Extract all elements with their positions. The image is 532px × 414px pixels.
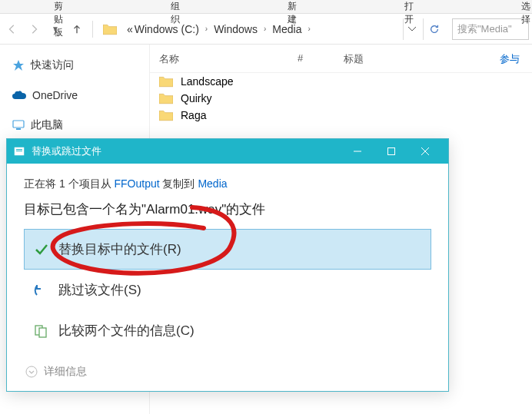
svg-rect-0 [13,121,24,128]
svg-rect-4 [16,151,22,151]
chevron-right-icon[interactable]: › [259,25,271,33]
breadcrumb-item[interactable]: Media [272,23,301,35]
chevron-right-icon[interactable]: › [201,25,212,33]
svg-rect-1 [16,128,21,130]
folder-icon [159,75,173,88]
file-name: Quirky [181,92,211,104]
option-label: 比较两个文件的信息(C) [58,322,195,339]
folder-row[interactable]: Landscape [150,73,532,90]
back-button[interactable] [3,20,22,38]
option-label: 替换目标中的文件(R) [58,240,181,258]
breadcrumb-item[interactable]: Windows [214,23,258,35]
svg-rect-6 [388,148,395,155]
skip-icon [34,283,49,298]
star-icon [12,59,25,71]
file-name: Landscape [181,75,234,88]
details-label: 详细信息 [44,365,87,379]
dialog-icon [13,145,25,157]
file-conflict-dialog: 替换或跳过文件 正在将 1 个项目从 FFOutput 复制到 Media 目标… [6,138,449,392]
option-replace[interactable]: 替换目标中的文件(R) [24,229,431,270]
column-number[interactable]: # [298,52,344,66]
sidebar-onedrive[interactable]: OneDrive [0,84,149,106]
close-button[interactable] [408,139,442,164]
dialog-title: 替换或跳过文件 [32,144,341,158]
option-skip[interactable]: 跳过该文件(S) [24,270,431,310]
column-headers: 名称 # 标题 参与 [150,49,532,73]
ribbon-label: 剪贴板 [54,0,63,13]
column-name[interactable]: 名称 [159,52,298,66]
source-link[interactable]: FFOutput [114,177,159,190]
chevron-right-icon[interactable]: › [303,25,314,33]
breadcrumb-prefix: « [127,23,133,35]
refresh-button[interactable] [423,18,444,40]
compare-icon [34,323,49,339]
column-more[interactable]: 参与 [421,52,532,66]
address-bar: ▼ « Windows (C:) › Windows › Media › 搜索"… [0,14,532,45]
address-dropdown[interactable] [403,18,420,40]
sidebar-label: 快速访问 [31,58,74,72]
search-placeholder: 搜索"Media" [457,22,512,36]
breadcrumb[interactable]: « Windows (C:) › Windows › Media › [124,23,400,35]
option-label: 跳过该文件(S) [58,281,141,299]
dialog-titlebar[interactable]: 替换或跳过文件 [7,139,448,164]
sidebar-this-pc[interactable]: 此电脑 [0,114,149,137]
ribbon-label: 组织 [171,0,180,13]
search-input[interactable]: 搜索"Media" [452,18,529,40]
breadcrumb-item[interactable]: Windows (C:) [135,23,199,35]
minimize-button[interactable] [341,139,374,164]
option-compare[interactable]: 比较两个文件的信息(C) [24,310,431,351]
copy-status: 正在将 1 个项目从 FFOutput 复制到 Media [24,177,431,191]
recent-dropdown[interactable]: ▼ [46,20,65,38]
file-name: Raga [181,109,206,121]
up-button[interactable] [68,20,86,38]
folder-icon [159,92,173,104]
pc-icon [12,120,25,131]
svg-rect-10 [39,328,46,337]
folder-row[interactable]: Raga [150,107,532,124]
folder-icon [159,109,173,121]
svg-point-11 [26,366,37,377]
folder-row[interactable]: Quirky [150,90,532,107]
folder-icon [102,23,118,35]
check-icon [34,242,49,257]
dest-link[interactable]: Media [198,177,227,190]
ribbon-label: 新建 [288,0,297,13]
column-title[interactable]: 标题 [344,52,421,66]
cloud-icon [12,91,26,100]
sidebar-label: OneDrive [32,89,78,101]
details-toggle[interactable]: 详细信息 [24,362,431,382]
ribbon-label: 打开 [404,0,414,13]
svg-rect-3 [16,149,22,150]
sidebar-quick-access[interactable]: 快速访问 [0,54,149,77]
maximize-button[interactable] [374,139,408,164]
chevron-down-icon [25,366,38,378]
ribbon-labels: 剪贴板 组织 新建 打开 选择 [0,0,532,14]
ribbon-label: 选择 [521,0,530,13]
sidebar-label: 此电脑 [31,118,63,132]
conflict-message: 目标已包含一个名为"Alarm01.wav"的文件 [24,200,431,218]
conflict-filename: Alarm01.wav [146,202,221,217]
forward-button[interactable] [25,20,43,38]
